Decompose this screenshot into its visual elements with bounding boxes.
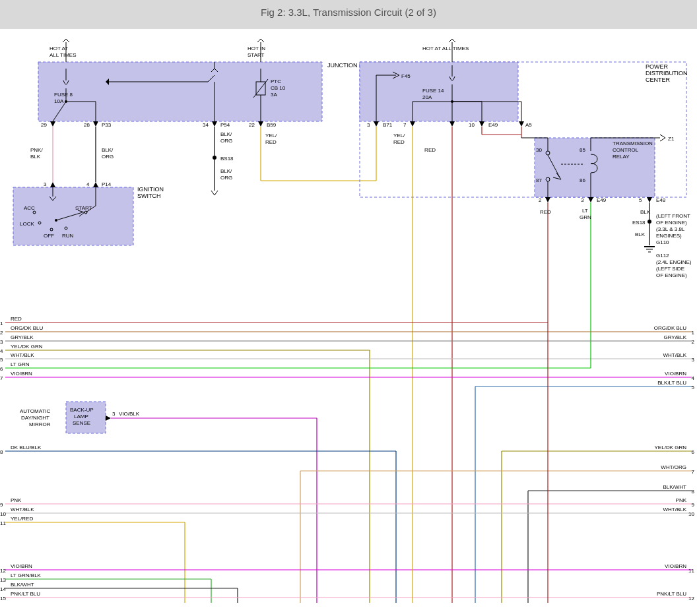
svg-text:20A: 20A (422, 94, 432, 100)
svg-text:BLK/: BLK/ (102, 147, 114, 153)
svg-text:9: 9 (692, 502, 695, 508)
svg-text:10: 10 (688, 511, 694, 517)
svg-text:6: 6 (692, 449, 695, 455)
svg-text:BS18: BS18 (220, 156, 234, 162)
svg-text:MIRROR: MIRROR (29, 421, 51, 427)
svg-text:WHT/ORG: WHT/ORG (661, 464, 686, 470)
svg-text:WHT/BLK: WHT/BLK (663, 352, 686, 358)
svg-text:BLK/: BLK/ (220, 168, 232, 174)
svg-text:VIO/BRN: VIO/BRN (11, 563, 32, 569)
svg-text:OF ENGINE): OF ENGINE) (656, 272, 687, 278)
svg-text:1: 1 (692, 330, 695, 336)
svg-text:GRN: GRN (580, 214, 591, 220)
svg-text:3: 3 (0, 339, 3, 345)
svg-text:2: 2 (539, 197, 542, 203)
svg-text:10: 10 (469, 122, 475, 128)
svg-text:8: 8 (0, 449, 3, 455)
junction-block (38, 62, 322, 121)
svg-text:E48: E48 (656, 197, 666, 203)
svg-text:3: 3 (367, 122, 370, 128)
svg-text:CB 10: CB 10 (271, 85, 286, 91)
svg-text:A5: A5 (525, 122, 532, 128)
svg-text:G112: G112 (656, 253, 669, 259)
svg-text:(LEFT FRONT: (LEFT FRONT (656, 213, 690, 219)
svg-point-39 (213, 156, 216, 160)
svg-text:11: 11 (0, 520, 6, 526)
svg-text:PNK: PNK (676, 497, 687, 503)
svg-text:Z1: Z1 (668, 136, 675, 142)
svg-text:G110: G110 (656, 239, 669, 245)
svg-text:BACK-UP: BACK-UP (70, 407, 94, 413)
hot-at-all-times-1: HOT AT (50, 46, 68, 51)
svg-text:RED: RED (11, 316, 22, 322)
svg-text:RUN: RUN (62, 233, 74, 239)
svg-text:YEL/DK GRN: YEL/DK GRN (11, 344, 43, 350)
svg-text:3: 3 (44, 181, 47, 187)
svg-text:7: 7 (692, 469, 695, 475)
svg-text:6: 6 (0, 366, 3, 372)
svg-text:BLK: BLK (635, 231, 646, 237)
svg-text:11: 11 (688, 568, 694, 574)
svg-text:WHT/BLK: WHT/BLK (11, 352, 34, 358)
svg-text:ES18: ES18 (632, 220, 646, 226)
svg-text:VIO/BRN: VIO/BRN (665, 563, 686, 569)
svg-text:85: 85 (580, 147, 585, 153)
svg-text:15: 15 (0, 596, 6, 601)
svg-text:(LEFT SIDE: (LEFT SIDE (656, 266, 684, 272)
svg-text:WHT/BLK: WHT/BLK (11, 507, 34, 512)
svg-text:1: 1 (0, 321, 3, 326)
svg-text:8: 8 (692, 489, 695, 495)
svg-text:RED: RED (393, 139, 405, 145)
svg-text:12: 12 (688, 596, 694, 601)
svg-text:IGNITION: IGNITION (137, 186, 164, 193)
svg-text:PNK: PNK (11, 497, 22, 503)
svg-text:22: 22 (249, 122, 255, 128)
svg-text:BLK/WHT: BLK/WHT (11, 582, 34, 588)
svg-text:E49: E49 (597, 197, 607, 203)
svg-text:5: 5 (0, 357, 3, 363)
svg-text:BLK: BLK (30, 154, 41, 160)
svg-text:3A: 3A (271, 92, 277, 98)
svg-text:34: 34 (203, 122, 209, 128)
hot-in-start: HOT IN (248, 46, 265, 51)
svg-text:FUSE 14: FUSE 14 (422, 88, 444, 94)
svg-text:VIO/BLK: VIO/BLK (119, 411, 140, 417)
svg-text:GRY/BLK: GRY/BLK (11, 334, 34, 340)
svg-text:RED: RED (265, 139, 277, 145)
svg-text:FUSE 8: FUSE 8 (54, 92, 73, 98)
svg-text:10A: 10A (54, 98, 64, 104)
svg-text:VIO/BRN: VIO/BRN (11, 371, 32, 377)
svg-text:YEL/: YEL/ (265, 133, 277, 139)
svg-text:4: 4 (692, 375, 695, 381)
svg-text:(2.4L ENGINE): (2.4L ENGINE) (656, 259, 692, 265)
svg-text:ORG: ORG (102, 154, 114, 160)
svg-text:OFF: OFF (44, 233, 54, 239)
svg-text:LAMP: LAMP (74, 414, 88, 419)
svg-text:BLK/LT BLU: BLK/LT BLU (657, 380, 686, 386)
svg-text:P14: P14 (102, 181, 112, 187)
svg-text:SWITCH: SWITCH (137, 193, 161, 199)
svg-text:LT GRN/BLK: LT GRN/BLK (11, 572, 42, 578)
svg-text:VIO/BRN: VIO/BRN (665, 371, 686, 377)
svg-text:4: 4 (0, 348, 3, 354)
svg-text:ORG/DK BLU: ORG/DK BLU (11, 325, 44, 331)
svg-text:ENGINES): ENGINES) (656, 233, 682, 239)
svg-text:PNK/: PNK/ (30, 147, 43, 153)
svg-text:ALL TIMES: ALL TIMES (50, 52, 76, 58)
svg-text:BLK: BLK (640, 209, 651, 215)
svg-text:86: 86 (580, 177, 585, 183)
svg-text:ORG: ORG (220, 175, 232, 181)
svg-text:12: 12 (0, 568, 6, 574)
svg-text:14: 14 (0, 586, 6, 592)
svg-text:PTC: PTC (271, 78, 281, 84)
svg-text:GRY/BLK: GRY/BLK (663, 334, 686, 340)
svg-text:LOCK: LOCK (20, 221, 34, 227)
svg-text:BLK/WHT: BLK/WHT (663, 484, 686, 490)
diagram-canvas: JUNCTION BLOCK HOT AT ALL TIMES HOT IN S… (0, 29, 697, 616)
svg-text:HOT AT ALL TIMES: HOT AT ALL TIMES (422, 46, 469, 51)
svg-text:3: 3 (692, 357, 695, 363)
svg-text:DAY/NIGHT: DAY/NIGHT (21, 415, 50, 421)
svg-text:5: 5 (639, 197, 642, 203)
svg-text:ORG: ORG (220, 138, 232, 144)
svg-text:POWER: POWER (646, 63, 669, 70)
